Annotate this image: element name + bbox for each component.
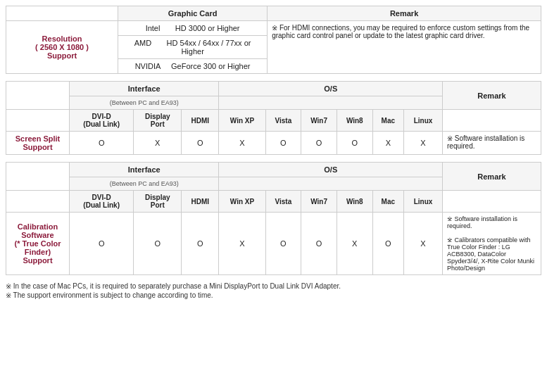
ss-os-header: O/S xyxy=(219,82,443,96)
ss-val-6: O xyxy=(337,132,372,155)
ss-col-mac: Mac xyxy=(372,110,403,132)
cal-col-hdmi: HDMI xyxy=(182,191,219,213)
ss-val-4: O xyxy=(265,132,301,155)
cal-os-header: O/S xyxy=(219,163,443,177)
footnotes: ※ In the case of Mac PCs, it is required… xyxy=(6,282,541,299)
ss-col-win7: Win7 xyxy=(301,110,337,132)
cal-col-winxp: Win XP xyxy=(219,191,265,213)
ss-val-3: X xyxy=(219,132,265,155)
ss-val-0: O xyxy=(70,132,134,155)
cal-remark-text: ※ Software installation is required.※ Ca… xyxy=(443,213,541,275)
footnote-1: ※ In the case of Mac PCs, it is required… xyxy=(6,282,541,290)
cal-remark-header: Remark xyxy=(443,163,541,191)
ss-col-vista: Vista xyxy=(265,110,301,132)
ss-val-2: O xyxy=(182,132,219,155)
cal-col-vista: Vista xyxy=(265,191,301,213)
resolution-section: Graphic Card Remark Resolution( 2560 X 1… xyxy=(6,6,541,74)
cal-val-7: O xyxy=(372,213,403,275)
cal-val-3: X xyxy=(219,213,265,275)
ss-empty xyxy=(6,82,70,110)
ss-interface-header: Interface xyxy=(70,82,219,96)
cal-val-0: O xyxy=(70,213,134,275)
cal-col-linux: Linux xyxy=(404,191,443,213)
screen-split-section: Interface O/S Remark (Between PC and EA9… xyxy=(6,81,541,155)
ss-remark-header: Remark xyxy=(443,82,541,110)
cal-val-4: O xyxy=(265,213,301,275)
ss-col-winxp: Win XP xyxy=(219,110,265,132)
cal-interface-sub: (Between PC and EA93) xyxy=(70,177,219,191)
footnote-2: ※ The support environment is subject to … xyxy=(6,291,541,299)
cal-val-2: O xyxy=(182,213,219,275)
ss-val-5: O xyxy=(301,132,337,155)
res-row-nvidia: NVIDIA GeForce 300 or Higher xyxy=(118,59,268,74)
ss-col-dp: Display Port xyxy=(134,110,182,132)
cal-val-6: X xyxy=(337,213,372,275)
ss-val-8: X xyxy=(404,132,443,155)
ss-col-linux: Linux xyxy=(404,110,443,132)
ss-interface-sub: (Between PC and EA93) xyxy=(70,96,219,110)
cal-col-win7: Win7 xyxy=(301,191,337,213)
cal-interface-header: Interface xyxy=(70,163,219,177)
cal-col-win8: Win8 xyxy=(337,191,372,213)
calibration-section: Interface O/S Remark (Between PC and EA9… xyxy=(6,162,541,275)
calibration-label: CalibrationSoftware(* True Color Finder)… xyxy=(6,213,70,275)
ss-col-hdmi: HDMI xyxy=(182,110,219,132)
cal-col-mac: Mac xyxy=(372,191,403,213)
screen-split-label: Screen SplitSupport xyxy=(6,132,70,155)
ss-remark-col-empty xyxy=(443,110,541,132)
ss-col-win8: Win8 xyxy=(337,110,372,132)
res-row-intel: Intel HD 3000 or Higher xyxy=(118,21,268,36)
cal-val-5: O xyxy=(301,213,337,275)
cal-os-sub xyxy=(219,177,443,191)
ss-os-sub xyxy=(219,96,443,110)
ss-val-1: X xyxy=(134,132,182,155)
remark-res: ※ For HDMI connections, you may be requi… xyxy=(268,21,541,74)
cal-val-1: O xyxy=(134,213,182,275)
cal-empty2 xyxy=(6,191,70,213)
ss-val-7: X xyxy=(372,132,403,155)
res-row-amd: AMD HD 54xx / 64xx / 77xx or Higher xyxy=(118,36,268,59)
cal-col-dp: Display Port xyxy=(134,191,182,213)
cal-val-8: X xyxy=(404,213,443,275)
ss-remark-text: ※ Software installation is required. xyxy=(443,132,541,155)
cal-remark-col-empty xyxy=(443,191,541,213)
ss-empty2 xyxy=(6,110,70,132)
cal-col-dvid: DVI-D (Dual Link) xyxy=(70,191,134,213)
resolution-empty-header xyxy=(6,6,118,21)
ss-col-dvid: DVI-D (Dual Link) xyxy=(70,110,134,132)
resolution-label: Resolution( 2560 X 1080 )Support xyxy=(6,21,118,74)
cal-empty xyxy=(6,163,70,191)
graphic-card-header: Graphic Card xyxy=(118,6,268,21)
remark-header-res: Remark xyxy=(268,6,541,21)
